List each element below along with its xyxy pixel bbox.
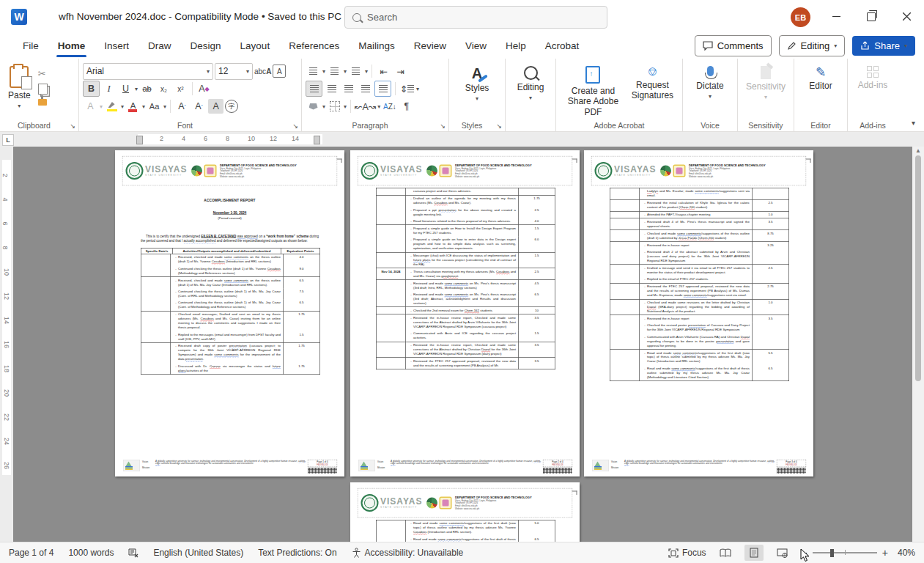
page-indicator[interactable]: Page 1 of 4 <box>9 548 53 558</box>
minimize-button[interactable] <box>819 0 853 33</box>
shrink-font-button[interactable]: Aˇ <box>191 99 207 114</box>
accessibility-status[interactable]: Accessibility: Unavailable <box>352 548 464 558</box>
styles-button[interactable]: A Styles ▾ <box>453 62 501 103</box>
menu-tab-layout[interactable]: Layout <box>231 33 280 59</box>
language-indicator[interactable]: English (United States) <box>153 548 243 558</box>
read-mode-button[interactable] <box>716 545 735 561</box>
underline-button[interactable]: U <box>118 81 133 96</box>
menu-tab-insert[interactable]: Insert <box>95 33 138 59</box>
menu-tab-acrobat[interactable]: Acrobat <box>536 33 589 59</box>
change-case-chevron-icon[interactable]: ▾ <box>163 103 166 110</box>
shading-chevron-icon[interactable]: ▾ <box>322 103 325 110</box>
vertical-scrollbar[interactable]: ▲ <box>912 147 924 542</box>
search-input[interactable]: Search <box>344 6 607 29</box>
change-case-button[interactable]: Aa <box>147 99 162 114</box>
highlight-color-button[interactable] <box>104 99 119 114</box>
distribute-button[interactable] <box>374 81 391 97</box>
text-effects-button[interactable]: A <box>83 99 98 114</box>
scrollbar-thumb[interactable] <box>915 155 921 381</box>
paragraph-dialog-launcher[interactable]: ↘ <box>440 122 446 130</box>
share-button[interactable]: Share ▾ <box>852 36 915 56</box>
font-dialog-launcher[interactable]: ↘ <box>292 122 298 130</box>
zoom-level[interactable]: 40% <box>898 548 915 558</box>
decrease-indent-button[interactable]: ⇤ <box>376 64 391 78</box>
tab-selector[interactable]: L <box>2 134 14 146</box>
asian-layout-button[interactable]: ↜A↝ <box>355 99 376 114</box>
word-count[interactable]: 1000 words <box>68 548 114 558</box>
character-shading-button[interactable]: A <box>208 99 223 114</box>
zoom-slider[interactable] <box>813 552 877 553</box>
document-page-3[interactable]: VISAYASSTATE UNIVERSITYDEPARTMENT OF FOO… <box>584 150 813 476</box>
bullets-button[interactable] <box>306 64 321 78</box>
zoom-in-button[interactable]: + <box>882 548 888 558</box>
multilevel-chevron-icon[interactable]: ▾ <box>365 68 368 75</box>
align-center-button[interactable] <box>324 81 339 96</box>
scroll-up-icon[interactable]: ▲ <box>912 147 924 154</box>
format-painter-icon[interactable] <box>38 99 47 106</box>
print-layout-button[interactable] <box>744 545 764 561</box>
editing-mode-button[interactable]: Editing ▾ <box>779 35 846 56</box>
align-left-button[interactable] <box>306 81 322 97</box>
menu-tab-review[interactable]: Review <box>404 33 456 59</box>
right-indent-marker[interactable] <box>314 136 320 144</box>
copy-icon[interactable] <box>38 84 48 95</box>
asian-layout-chevron-icon[interactable]: ▾ <box>377 103 380 110</box>
document-page-4[interactable]: VISAYASSTATE UNIVERSITYDEPARTMENT OF FOO… <box>350 482 580 542</box>
menu-tab-references[interactable]: References <box>279 33 349 59</box>
subscript-button[interactable]: x₂ <box>156 81 171 96</box>
text-predictions-indicator[interactable]: Text Predictions: On <box>258 548 336 558</box>
web-layout-button[interactable] <box>773 545 792 561</box>
editing-button[interactable]: Editing ▾ <box>509 62 552 102</box>
document-page-1[interactable]: VISAYASSTATE UNIVERSITYDEPARTMENT OF FOO… <box>115 150 344 476</box>
bullets-chevron-icon[interactable]: ▾ <box>322 68 325 75</box>
document-page-2[interactable]: VISAYASSTATE UNIVERSITYDEPARTMENT OF FOO… <box>350 150 580 476</box>
font-name-select[interactable]: Arial▾ <box>83 63 213 80</box>
addins-button[interactable]: Add-ins <box>851 62 894 90</box>
increase-indent-button[interactable]: ⇥ <box>393 64 408 78</box>
menu-tab-file[interactable]: File <box>13 33 48 59</box>
restore-button[interactable] <box>854 0 888 33</box>
clear-formatting-button[interactable]: A◆ <box>196 81 212 96</box>
create-pdf-button[interactable]: Create and Share Adobe PDF <box>560 62 627 117</box>
menu-tab-draw[interactable]: Draw <box>138 33 181 59</box>
enclose-characters-button[interactable]: 字 <box>225 100 238 113</box>
highlight-chevron-icon[interactable]: ▾ <box>121 103 124 110</box>
collapse-ribbon-button[interactable]: ▾ <box>912 119 915 127</box>
document-canvas[interactable]: 2468101214161820222426 VISAYASSTATE UNIV… <box>0 147 924 542</box>
avatar[interactable]: EB <box>791 7 810 27</box>
close-button[interactable] <box>890 0 923 33</box>
underline-chevron-icon[interactable]: ▾ <box>135 86 138 92</box>
align-right-button[interactable] <box>341 81 356 96</box>
shading-button[interactable] <box>306 99 321 114</box>
proofing-status[interactable] <box>128 548 138 558</box>
numbering-chevron-icon[interactable]: ▾ <box>344 68 347 75</box>
request-signatures-button[interactable]: ⎊ Request Signatures <box>627 62 679 117</box>
focus-mode-button[interactable]: Focus <box>668 548 706 558</box>
editor-button[interactable]: ✎ Editor <box>798 62 843 91</box>
menu-tab-mailings[interactable]: Mailings <box>349 33 404 59</box>
italic-button[interactable]: I <box>101 81 117 96</box>
menu-tab-design[interactable]: Design <box>181 33 231 59</box>
strikethrough-button[interactable]: ab <box>139 81 155 96</box>
phonetic-guide-button[interactable]: abcA <box>254 64 271 78</box>
multilevel-list-button[interactable] <box>348 64 363 78</box>
character-border-button[interactable]: A <box>273 65 286 78</box>
sensitivity-button[interactable]: Sensitivity ▾ <box>742 62 790 101</box>
numbering-button[interactable] <box>327 64 342 78</box>
font-color-chevron-icon[interactable]: ▾ <box>142 103 145 110</box>
cut-icon[interactable]: ✂ <box>38 68 48 79</box>
menu-tab-home[interactable]: Home <box>48 33 95 59</box>
dictate-button[interactable]: Dictate ▾ <box>687 62 733 100</box>
sort-button[interactable]: AZ↓ <box>382 99 397 114</box>
show-paragraph-marks-button[interactable]: ¶ <box>399 99 414 114</box>
line-spacing-chevron-icon[interactable]: ▾ <box>416 86 419 92</box>
font-color-button[interactable]: A <box>125 99 141 114</box>
grow-font-button[interactable]: Aˆ <box>174 99 190 114</box>
zoom-slider-handle[interactable] <box>830 549 834 557</box>
borders-button[interactable] <box>327 99 342 114</box>
font-size-select[interactable]: 12▾ <box>215 63 253 80</box>
comments-button[interactable]: Comments <box>695 35 772 56</box>
paste-button[interactable]: Paste ▾ <box>4 62 35 110</box>
styles-dialog-launcher[interactable]: ↘ <box>496 122 502 130</box>
justify-button[interactable] <box>358 81 373 96</box>
